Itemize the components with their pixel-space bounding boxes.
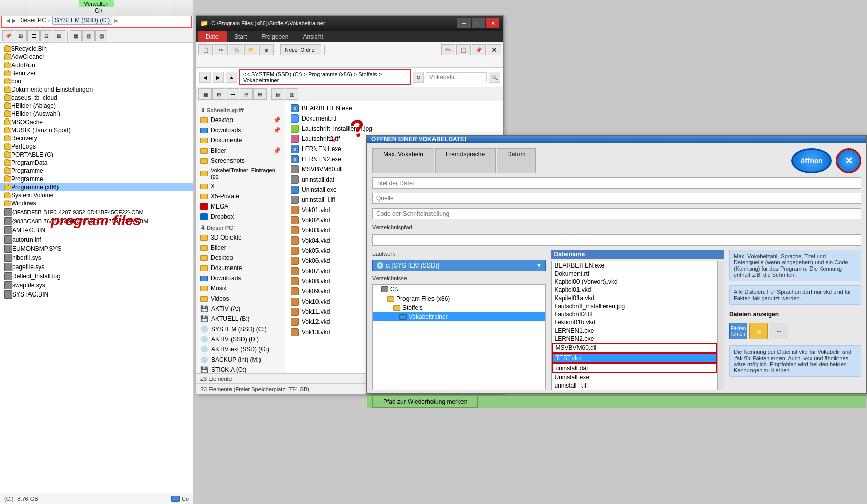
breadcrumb-arrow-right[interactable]: ▶ — [12, 18, 16, 23]
dialog-tab-datum[interactable]: Datum — [497, 148, 536, 173]
tree-dokumente-einstellungen[interactable]: Dokumente und Einstellungen — [0, 85, 193, 94]
ft-btn7[interactable]: ▥ — [285, 88, 298, 100]
tree-programme2[interactable]: Programme — [0, 175, 193, 183]
maximize-button[interactable]: □ — [472, 18, 485, 28]
files-scrollbar[interactable] — [718, 261, 724, 390]
nav-aktiv-a[interactable]: 💾AKTIV (A:) — [196, 304, 285, 314]
refresh-button[interactable]: ↻ — [413, 72, 424, 83]
fli-lautschrift-jpg[interactable]: Lautschrift_installieren.jpg — [552, 302, 718, 310]
close-button[interactable]: ✕ — [486, 18, 499, 28]
tree-msocache[interactable]: MSOCache — [0, 118, 193, 126]
tree-recovery[interactable]: Recovery — [0, 134, 193, 142]
nav-aktiv-ext-g[interactable]: 💿AKTIV ext (SSD) (G:) — [196, 344, 285, 354]
rb-copy-icon[interactable]: 📋 — [456, 44, 471, 55]
drive-dropdown[interactable]: 💿 c: [SYSTEM (SSD)] ▼ — [372, 260, 546, 271]
breadcrumb-system-ssd[interactable]: SYSTEM (SSD) (C:) — [52, 16, 113, 25]
code-input[interactable] — [372, 208, 861, 219]
tree-systag[interactable]: SYSTAG.BIN — [0, 290, 193, 299]
tree-boot[interactable]: boot — [0, 77, 193, 85]
nav-stick-a-o[interactable]: 💾STICK A (O:) — [196, 365, 285, 373]
tb-view6[interactable]: ▥ — [82, 30, 95, 41]
rb-btn4[interactable]: 📂 — [244, 44, 258, 55]
tree-cbm1[interactable]: {3FA5DF5B-B1F0-4207-9352-0D41BE45CF22}.C… — [0, 207, 193, 217]
fakten-btn[interactable]: Fakten lernen — [729, 323, 747, 339]
tree-reflect[interactable]: Reflect_Install.log — [0, 272, 193, 281]
verwalten-tab[interactable]: Verwalten — [79, 0, 113, 7]
nav-bilder2[interactable]: Bilder — [196, 243, 285, 253]
tree-system-volume[interactable]: System Volume — [0, 191, 193, 199]
file-lautschrift-jpg[interactable]: Lautschrift_installieren.jpg — [287, 124, 501, 134]
tb-view2[interactable]: ☰ — [27, 30, 40, 41]
address-path-box[interactable]: << SYSTEM (SSD) (C:) > Programme (x86) >… — [239, 69, 411, 85]
fli-kapitel01[interactable]: Kapitel01.vkd — [552, 286, 718, 294]
tab-datei[interactable]: Datei — [198, 31, 227, 42]
nav-dokumente1[interactable]: Dokumente — [196, 135, 285, 145]
fli-lautschrift2[interactable]: Lautschrift2.ttf — [552, 310, 718, 318]
tree-easeus[interactable]: easeus_tb_cloud — [0, 94, 193, 102]
rb-btn6[interactable]: Neuer Ordner — [280, 44, 321, 55]
nav-dokumente2[interactable]: Dokumente — [196, 263, 285, 273]
fli-bearbeiten[interactable]: BEARBEITEN.exe — [552, 261, 718, 270]
tree-cbm2[interactable]: {908BCA8B-76A2-4699-BCDD-9DD4A75927CD}.C… — [0, 217, 193, 226]
tree-eumon[interactable]: EUMONBMP.SYS — [0, 244, 193, 253]
tree-recycle[interactable]: $Recycle.Bin — [0, 45, 193, 53]
nav-aktuell-b[interactable]: 💾AKTUELL (B:) — [196, 314, 285, 324]
nav-x[interactable]: X — [196, 181, 285, 191]
dots-btn[interactable]: ··· — [770, 323, 788, 339]
back-button[interactable]: ◀ — [199, 72, 211, 83]
tree-d-vokabeltrainer[interactable]: Vokabeltrainer — [373, 312, 545, 321]
folder-btn[interactable]: 📁 — [749, 323, 768, 339]
file-dokument-rtf[interactable]: Dokument.rtf — [287, 113, 501, 124]
tree-perflogs[interactable]: PerfLogs — [0, 142, 193, 151]
nav-3dobjekte[interactable]: 3D-Objekte — [196, 232, 285, 243]
tree-programme-x86[interactable]: Programme (x86) — [0, 183, 193, 191]
ft-btn6[interactable]: ▤ — [271, 88, 284, 100]
minimize-button[interactable]: ─ — [457, 18, 471, 28]
tb-view4[interactable]: ⊠ — [53, 30, 65, 41]
nav-x5-private[interactable]: X5-Private — [196, 191, 285, 201]
nav-screenshots[interactable]: Screenshots — [196, 156, 285, 166]
search-button[interactable]: 🔍 — [489, 72, 500, 83]
nav-bilder1[interactable]: Bilder📌 — [196, 145, 285, 156]
quelle-input[interactable] — [372, 193, 861, 204]
fli-uninstall-dat[interactable]: uninstall.dat — [552, 363, 718, 373]
file-bearbeiten-exe[interactable]: EBEARBEITEN.exe — [287, 103, 501, 113]
ft-btn4[interactable]: ⊟ — [240, 88, 253, 100]
fli-kapitel01a[interactable]: Kapitel01a.vkd — [552, 294, 718, 302]
dialog-close-button[interactable]: ✕ — [836, 148, 861, 173]
tb-view5[interactable]: ▦ — [70, 30, 82, 41]
fli-dokument[interactable]: Dokument.rtf — [552, 270, 718, 278]
rb-btn3[interactable]: 📎 — [229, 44, 243, 55]
tree-programdata[interactable]: ProgramData — [0, 159, 193, 167]
breadcrumb-dieser-pc[interactable]: Dieser PC — [18, 17, 46, 24]
nav-videos[interactable]: Videos — [196, 293, 285, 304]
tb-view7[interactable]: ▤ — [95, 30, 107, 41]
nav-vokabel-eintragen[interactable]: VokabelTrainer_Eintragen (co — [196, 166, 285, 181]
fli-lektion01b[interactable]: Lektion01b.vkd — [552, 318, 718, 327]
dialog-tab-fremdsprache[interactable]: Fremdsprache — [435, 148, 496, 173]
ft-btn5[interactable]: ⊠ — [253, 88, 267, 100]
dialog-tab-maxvokabeln[interactable]: Max. Vokabeln — [372, 148, 434, 173]
titel-input[interactable] — [372, 177, 861, 189]
nav-desktop2[interactable]: Desktop — [196, 253, 285, 263]
tb-pin-btn[interactable]: 📌 — [2, 30, 14, 41]
tree-amtag[interactable]: AMTAG.BIN — [0, 226, 193, 235]
rb-btn1[interactable]: 📋 — [198, 44, 213, 55]
nav-dropbox[interactable]: Dropbox — [196, 212, 285, 222]
search-input[interactable] — [426, 72, 487, 82]
fli-test-vkd[interactable]: TEST.vkd — [552, 353, 718, 363]
rb-btn2[interactable]: ✂ — [214, 44, 228, 55]
rb-btn5[interactable]: 🗑 — [259, 44, 274, 55]
tree-windows[interactable]: Windows — [0, 199, 193, 207]
nav-system-ssd-c[interactable]: 💿SYSTEM (SSD) (C:) — [196, 324, 285, 334]
nav-aktiv-ssd-d[interactable]: 💿AKTIV (SSD) (D:) — [196, 334, 285, 344]
tree-autorun-inf[interactable]: autorun.inf — [0, 235, 193, 244]
tree-hbilder-auswahl[interactable]: HBilder (Auswahl) — [0, 110, 193, 118]
tree-hiberfil[interactable]: hiberfil.sys — [0, 253, 193, 262]
nav-downloads1[interactable]: Downloads📌 — [196, 125, 285, 135]
nav-downloads2[interactable]: Downloads — [196, 273, 285, 283]
fli-msvbvm60[interactable]: MSVBVM60.dll — [552, 343, 718, 353]
tree-d-stoffels[interactable]: Stoffels — [373, 303, 545, 312]
tree-adwcleaner[interactable]: AdwCleaner — [0, 53, 193, 61]
rb-cut-icon[interactable]: ✂ — [441, 44, 455, 55]
